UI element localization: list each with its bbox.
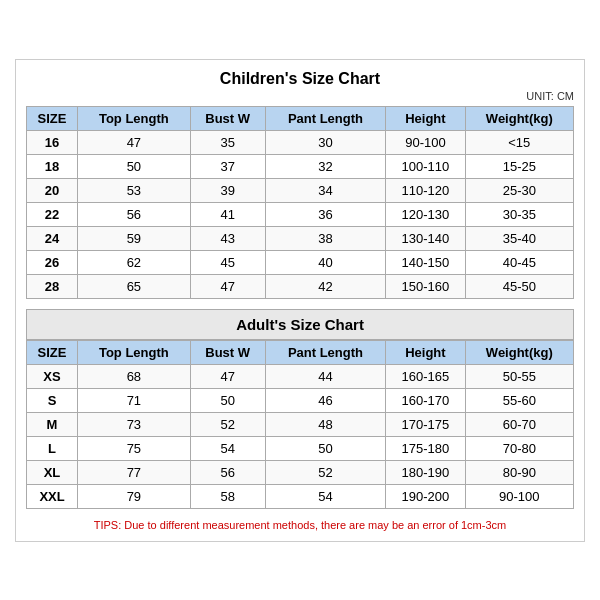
- data-cell: 52: [265, 460, 386, 484]
- children-chart-title: Children's Size Chart: [26, 70, 574, 88]
- table-row: M735248170-17560-70: [27, 412, 574, 436]
- size-cell: L: [27, 436, 78, 460]
- unit-label: UNIT: CM: [26, 90, 574, 102]
- size-cell: 24: [27, 226, 78, 250]
- children-col-pant-length: Pant Length: [265, 106, 386, 130]
- data-cell: 73: [78, 412, 191, 436]
- data-cell: 35-40: [465, 226, 573, 250]
- data-cell: 47: [190, 364, 265, 388]
- data-cell: 50-55: [465, 364, 573, 388]
- size-cell: XS: [27, 364, 78, 388]
- adult-header-row: SIZETop LengthBust WPant LengthHeightWei…: [27, 340, 574, 364]
- data-cell: 55-60: [465, 388, 573, 412]
- table-row: XS684744160-16550-55: [27, 364, 574, 388]
- table-row: 20533934110-12025-30: [27, 178, 574, 202]
- data-cell: 150-160: [386, 274, 465, 298]
- data-cell: 175-180: [386, 436, 465, 460]
- table-row: S715046160-17055-60: [27, 388, 574, 412]
- data-cell: 58: [190, 484, 265, 508]
- adult-col-height: Height: [386, 340, 465, 364]
- data-cell: 45-50: [465, 274, 573, 298]
- data-cell: 59: [78, 226, 191, 250]
- children-size-table: SIZETop LengthBust WPant LengthHeightWei…: [26, 106, 574, 299]
- children-table-body: 1647353090-100<1518503732100-11015-25205…: [27, 130, 574, 298]
- data-cell: 30: [265, 130, 386, 154]
- data-cell: 68: [78, 364, 191, 388]
- adult-col-weightkg: Weight(kg): [465, 340, 573, 364]
- data-cell: 100-110: [386, 154, 465, 178]
- adult-chart-title: Adult's Size Chart: [26, 309, 574, 340]
- size-cell: 22: [27, 202, 78, 226]
- data-cell: 36: [265, 202, 386, 226]
- data-cell: 40-45: [465, 250, 573, 274]
- data-cell: 190-200: [386, 484, 465, 508]
- data-cell: 32: [265, 154, 386, 178]
- data-cell: 90-100: [465, 484, 573, 508]
- data-cell: 47: [190, 274, 265, 298]
- data-cell: 52: [190, 412, 265, 436]
- data-cell: 75: [78, 436, 191, 460]
- table-row: XXL795854190-20090-100: [27, 484, 574, 508]
- data-cell: 44: [265, 364, 386, 388]
- data-cell: 71: [78, 388, 191, 412]
- data-cell: 25-30: [465, 178, 573, 202]
- data-cell: 130-140: [386, 226, 465, 250]
- data-cell: 60-70: [465, 412, 573, 436]
- data-cell: 30-35: [465, 202, 573, 226]
- data-cell: 170-175: [386, 412, 465, 436]
- children-col-height: Height: [386, 106, 465, 130]
- data-cell: 46: [265, 388, 386, 412]
- data-cell: 56: [190, 460, 265, 484]
- data-cell: 110-120: [386, 178, 465, 202]
- data-cell: 50: [265, 436, 386, 460]
- data-cell: 40: [265, 250, 386, 274]
- data-cell: 39: [190, 178, 265, 202]
- size-cell: 26: [27, 250, 78, 274]
- data-cell: 120-130: [386, 202, 465, 226]
- data-cell: 77: [78, 460, 191, 484]
- adult-col-bust-w: Bust W: [190, 340, 265, 364]
- data-cell: 42: [265, 274, 386, 298]
- table-row: 1647353090-100<15: [27, 130, 574, 154]
- table-row: 26624540140-15040-45: [27, 250, 574, 274]
- table-row: 18503732100-11015-25: [27, 154, 574, 178]
- size-cell: 18: [27, 154, 78, 178]
- data-cell: 48: [265, 412, 386, 436]
- data-cell: 41: [190, 202, 265, 226]
- data-cell: 50: [190, 388, 265, 412]
- data-cell: 34: [265, 178, 386, 202]
- size-cell: 20: [27, 178, 78, 202]
- data-cell: 47: [78, 130, 191, 154]
- adult-col-pant-length: Pant Length: [265, 340, 386, 364]
- data-cell: 62: [78, 250, 191, 274]
- adult-table-header: SIZETop LengthBust WPant LengthHeightWei…: [27, 340, 574, 364]
- data-cell: 65: [78, 274, 191, 298]
- size-cell: XL: [27, 460, 78, 484]
- children-col-size: SIZE: [27, 106, 78, 130]
- data-cell: 140-150: [386, 250, 465, 274]
- children-table-header: SIZETop LengthBust WPant LengthHeightWei…: [27, 106, 574, 130]
- tips-text: TIPS: Due to different measurement metho…: [26, 519, 574, 531]
- size-cell: S: [27, 388, 78, 412]
- size-cell: XXL: [27, 484, 78, 508]
- table-row: 24594338130-14035-40: [27, 226, 574, 250]
- data-cell: 90-100: [386, 130, 465, 154]
- data-cell: 43: [190, 226, 265, 250]
- adult-col-size: SIZE: [27, 340, 78, 364]
- data-cell: 37: [190, 154, 265, 178]
- table-row: 22564136120-13030-35: [27, 202, 574, 226]
- size-cell: 28: [27, 274, 78, 298]
- data-cell: 54: [190, 436, 265, 460]
- data-cell: 38: [265, 226, 386, 250]
- data-cell: 160-170: [386, 388, 465, 412]
- children-col-bust-w: Bust W: [190, 106, 265, 130]
- size-cell: 16: [27, 130, 78, 154]
- data-cell: 54: [265, 484, 386, 508]
- table-row: 28654742150-16045-50: [27, 274, 574, 298]
- data-cell: 70-80: [465, 436, 573, 460]
- table-row: XL775652180-19080-90: [27, 460, 574, 484]
- children-col-weightkg: Weight(kg): [465, 106, 573, 130]
- table-row: L755450175-18070-80: [27, 436, 574, 460]
- data-cell: 35: [190, 130, 265, 154]
- size-chart-container: Children's Size Chart UNIT: CM SIZETop L…: [15, 59, 585, 542]
